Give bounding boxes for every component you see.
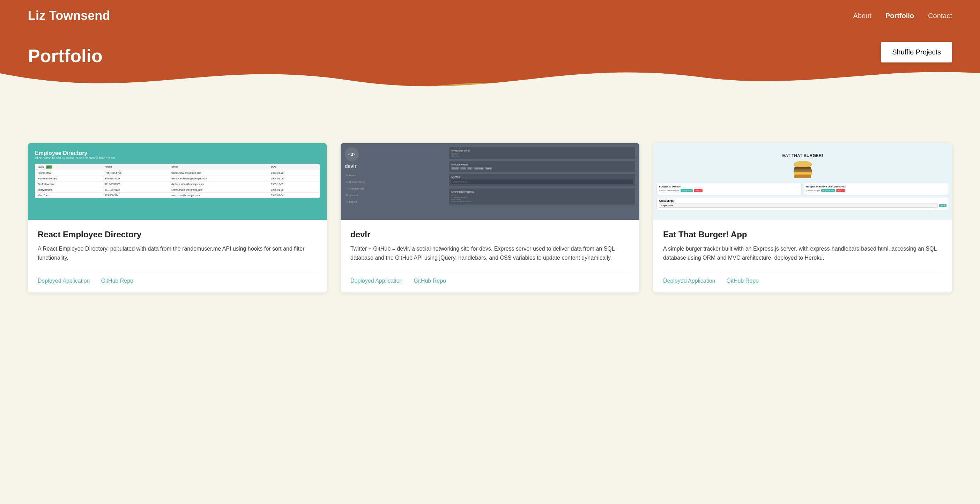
deployed-link-burger[interactable]: Deployed Application (663, 278, 715, 284)
hero-wave-section: Portfolio Shuffle Projects (0, 32, 980, 129)
emp-screenshot-table: Name sort Phone Email DOB Fatima Maar(79… (35, 164, 320, 198)
burger-devour-panel: Burgers to Devour! Bacon Cheese Burger D… (657, 183, 801, 195)
card-image-employee: Employee Directory Click button to sort … (28, 143, 327, 220)
devlr-wall-card: My Wall Enter Post Title... (449, 174, 635, 186)
wave-decoration (0, 32, 980, 129)
devlr-pinned-card: My Pinned Projects devlremployee-tracker… (449, 188, 635, 205)
devlr-languages-card: My Languages HTML5 CSS SQL JavaScript jQ… (449, 161, 635, 172)
burger-devoured-panel: Burgers that have been Devoured! Cheese … (804, 183, 948, 195)
devlr-nav-home: Home (345, 173, 446, 178)
svg-rect-6 (794, 175, 811, 178)
project-card-devlr: <d> devlr Home Browse Cases Create Profi… (340, 143, 640, 293)
burger-screenshot-title: EAT THAT BURGER! (783, 153, 823, 158)
main-nav: About Portfolio Contact (853, 12, 952, 20)
deployed-link-devlr[interactable]: Deployed Application (350, 278, 402, 284)
devlr-logo: <d> (345, 147, 359, 161)
project-card-eat-burger: EAT THAT BURGER! Burgers to Devour! (653, 143, 952, 293)
devlr-nav-account: Account (345, 193, 446, 197)
github-link-employee[interactable]: GitHub Repo (101, 278, 133, 284)
card-image-devlr: <d> devlr Home Browse Cases Create Profi… (340, 143, 640, 220)
devlr-brand: devlr (345, 163, 446, 169)
card-title-devlr: devlr (350, 230, 630, 239)
header: Liz Townsend About Portfolio Contact (0, 0, 980, 32)
card-body-employee: React Employee Directory A React Employe… (28, 220, 327, 293)
card-desc-employee: A React Employee Directory, populated wi… (38, 244, 317, 262)
burger-panels: Burgers to Devour! Bacon Cheese Burger D… (657, 183, 948, 195)
portfolio-cards-section: Employee Directory Click button to sort … (0, 129, 980, 320)
site-title: Liz Townsend (28, 8, 110, 23)
deployed-link-employee[interactable]: Deployed Application (38, 278, 90, 284)
card-title-burger: Eat That Burger! App (663, 230, 942, 239)
burger-add-section: Add a Burger Burger Name Add (657, 197, 948, 210)
card-desc-devlr: Twitter + GitHub = devlr, a social netwo… (350, 244, 630, 262)
shuffle-projects-button[interactable]: Shuffle Projects (881, 42, 952, 62)
burger-add-button: Add (939, 204, 947, 207)
svg-rect-2 (794, 167, 811, 170)
card-body-devlr: devlr Twitter + GitHub = devlr, a social… (340, 220, 640, 293)
devlr-sidebar: <d> devlr Home Browse Cases Create Profi… (345, 147, 446, 216)
card-body-burger: Eat That Burger! App A simple burger tra… (653, 220, 952, 293)
nav-about[interactable]: About (853, 12, 872, 20)
card-desc-burger: A simple burger tracker built with an Ex… (663, 244, 942, 262)
svg-rect-5 (794, 172, 812, 175)
devlr-nav-profile: Create Profile (345, 186, 446, 191)
devlr-nav-browse: Browse Cases (345, 180, 446, 184)
svg-point-1 (794, 161, 811, 167)
project-card-react-employee-directory: Employee Directory Click button to sort … (28, 143, 327, 293)
cards-grid: Employee Directory Click button to sort … (28, 143, 952, 293)
nav-portfolio[interactable]: Portfolio (885, 12, 914, 20)
card-links-employee: Deployed Application GitHub Repo (38, 272, 317, 284)
card-image-burger: EAT THAT BURGER! Burgers to Devour! (653, 143, 952, 220)
card-links-devlr: Deployed Application GitHub Repo (350, 272, 630, 284)
nav-contact[interactable]: Contact (928, 12, 952, 20)
github-link-devlr[interactable]: GitHub Repo (414, 278, 446, 284)
card-title-employee: React Employee Directory (38, 230, 317, 239)
burger-name-input: Burger Name (659, 204, 938, 208)
burger-illustration (792, 159, 813, 180)
portfolio-heading: Portfolio (28, 45, 103, 66)
devlr-nav-logout: Logout (345, 200, 446, 204)
devlr-main: My Background GitHubSteward My Languages… (449, 147, 635, 216)
devlr-background-card: My Background GitHubSteward (449, 147, 635, 159)
emp-screenshot-header: Employee Directory Click button to sort … (35, 150, 320, 160)
card-links-burger: Deployed Application GitHub Repo (663, 272, 942, 284)
github-link-burger[interactable]: GitHub Repo (726, 278, 759, 284)
